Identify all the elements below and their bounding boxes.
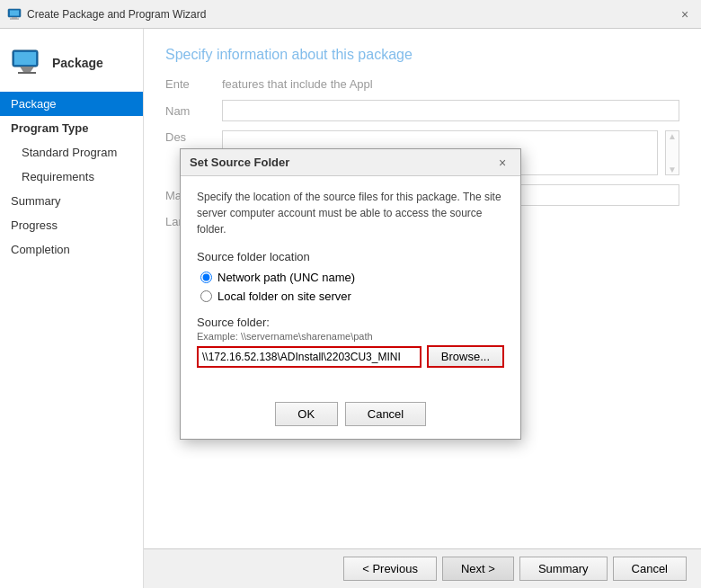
radio-local-folder[interactable]: Local folder on site server	[200, 290, 504, 303]
source-folder-label: Source folder:	[197, 316, 504, 329]
modal-description: Specify the location of the source files…	[197, 189, 504, 237]
source-folder-section-title: Source folder location	[197, 250, 504, 263]
modal-title: Set Source Folder	[190, 156, 493, 169]
modal-body: Specify the location of the source files…	[181, 176, 520, 393]
modal-cancel-button[interactable]: Cancel	[345, 402, 426, 426]
modal-footer: OK Cancel	[181, 393, 520, 439]
modal-backdrop: Set Source Folder × Specify the location…	[0, 0, 701, 588]
radio-network-path[interactable]: Network path (UNC name)	[200, 271, 504, 284]
source-folder-example: Example: \\servername\sharename\path	[197, 331, 504, 342]
radio-group: Network path (UNC name) Local folder on …	[197, 271, 504, 303]
source-folder-row: Browse...	[197, 345, 504, 368]
modal-titlebar: Set Source Folder ×	[181, 149, 520, 176]
source-folder-section: Source folder: Example: \\servername\sha…	[197, 316, 504, 368]
radio-local-folder-label: Local folder on site server	[217, 290, 351, 303]
modal-close-button[interactable]: ×	[493, 154, 511, 172]
radio-local-folder-input[interactable]	[200, 290, 212, 302]
modal-browse-button[interactable]: Browse...	[427, 345, 504, 368]
source-folder-input[interactable]	[197, 346, 421, 368]
radio-network-path-label: Network path (UNC name)	[217, 271, 355, 284]
modal-ok-button[interactable]: OK	[275, 402, 338, 426]
radio-network-path-input[interactable]	[200, 272, 212, 283]
set-source-folder-dialog: Set Source Folder × Specify the location…	[180, 148, 521, 440]
